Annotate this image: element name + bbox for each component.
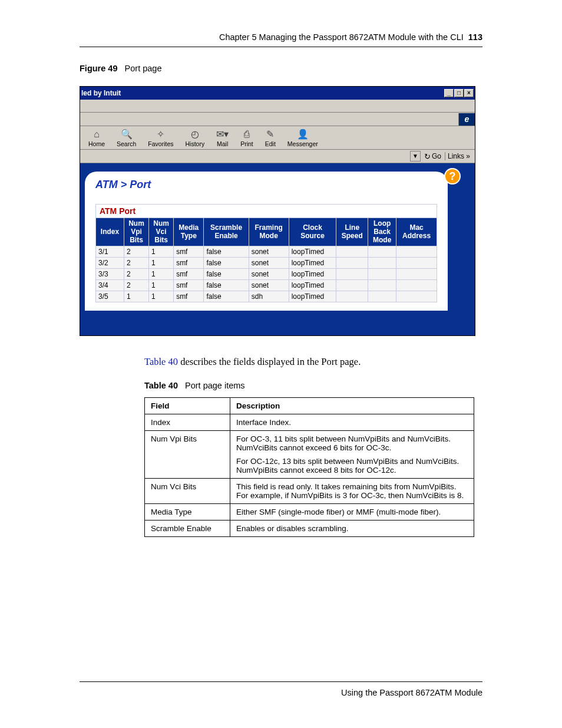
description-cell: This field is read only. It takes remain… — [230, 479, 474, 504]
field-cell: Num Vci Bits — [145, 479, 230, 504]
col-header: FramingMode — [249, 218, 289, 246]
table-row: 3/421smffalsesonetloopTimed — [96, 280, 437, 291]
body-paragraph: Table 40 describes the fields displayed … — [144, 356, 482, 368]
content-area: ? ATM > Port ATM Port IndexNumVpiBitsNum… — [80, 163, 475, 335]
chapter-header: Chapter 5 Managing the Passport 8672ATM … — [80, 32, 482, 47]
col-header: LoopBackMode — [368, 218, 396, 246]
description-cell: Interface Index. — [230, 414, 474, 431]
toolbar-mail-button[interactable]: ✉▾Mail — [210, 129, 234, 147]
toolbar-favorites-button[interactable]: ✧Favorites — [142, 129, 179, 147]
edit-icon: ✎ — [266, 129, 274, 140]
port-page-items-table: Field Description IndexInterface Index.N… — [144, 397, 474, 537]
menubar — [80, 100, 475, 113]
toolbar-edit-button[interactable]: ✎Edit — [259, 129, 282, 147]
panel-title: ATM Port — [95, 204, 437, 218]
col-header: ScrambleEnable — [204, 218, 249, 246]
toolbar-messenger-button[interactable]: 👤Messenger — [282, 129, 324, 147]
favorites-icon: ✧ — [157, 129, 164, 140]
table-link[interactable]: Table 40 — [144, 356, 178, 367]
col-header: NumVpiBits — [124, 218, 148, 246]
table-row: IndexInterface Index. — [145, 414, 474, 431]
col-header: LineSpeed — [336, 218, 368, 246]
col-header: NumVciBits — [149, 218, 174, 246]
field-cell: Scramble Enable — [145, 521, 230, 537]
content-card: ATM > Port ATM Port IndexNumVpiBitsNumVc… — [85, 172, 448, 311]
table-row: 3/511smffalsesdhloopTimed — [96, 291, 437, 302]
address-bar: ▼ ↻ Go Links » — [80, 150, 475, 163]
browser-logo-icon: e — [458, 113, 475, 126]
close-icon[interactable]: × — [464, 89, 474, 97]
atm-port-table: IndexNumVpiBitsNumVciBitsMediaTypeScramb… — [95, 218, 437, 302]
table-row: 3/321smffalsesonetloopTimed — [96, 269, 437, 280]
search-icon: 🔍 — [121, 129, 133, 140]
table-row: Num Vpi BitsFor OC-3, 11 bits split betw… — [145, 431, 474, 479]
toolbar-search-button[interactable]: 🔍Search — [111, 129, 142, 147]
description-cell: Enables or disables scrambling. — [230, 521, 474, 537]
help-icon[interactable]: ? — [444, 168, 461, 185]
figure-label: Figure 49 Port page — [80, 64, 482, 73]
col-header: MacAddress — [396, 218, 437, 246]
table-label: Table 40 Port page items — [144, 381, 482, 390]
field-cell: Num Vpi Bits — [145, 431, 230, 479]
col-header: ClockSource — [289, 218, 336, 246]
messenger-icon: 👤 — [297, 129, 309, 140]
page-footer: Using the Passport 8672ATM Module — [80, 681, 482, 697]
toolbar-history-button[interactable]: ◴History — [179, 129, 210, 147]
window-title: led by Intuit — [81, 89, 444, 97]
go-icon: ↻ — [424, 152, 431, 161]
col-header: Index — [96, 218, 124, 246]
col-field: Field — [145, 398, 230, 414]
logo-row: e — [80, 113, 475, 126]
chapter-title: Chapter 5 Managing the Passport 8672ATM … — [219, 32, 464, 42]
page-number: 113 — [468, 32, 482, 42]
toolbar-print-button[interactable]: ⎙Print — [234, 129, 259, 147]
col-description: Description — [230, 398, 474, 414]
go-button[interactable]: ↻ Go — [424, 152, 441, 161]
col-header: MediaType — [174, 218, 204, 246]
toolbar: ⌂Home🔍Search✧Favorites◴History✉▾Mail⎙Pri… — [80, 126, 475, 150]
table-row: 3/121smffalsesonetloopTimed — [96, 246, 437, 258]
address-dropdown-icon[interactable]: ▼ — [410, 151, 421, 162]
description-cell: For OC-3, 11 bits split between NumVpiBi… — [230, 431, 474, 479]
breadcrumb: ATM > Port — [95, 179, 437, 191]
toolbar-home-button[interactable]: ⌂Home — [82, 129, 111, 147]
window-titlebar: led by Intuit _ □ × — [80, 87, 475, 100]
table-row: Scramble EnableEnables or disables scram… — [145, 521, 474, 537]
home-icon: ⌂ — [94, 129, 100, 140]
description-cell: Either SMF (single-mode fiber) or MMF (m… — [230, 504, 474, 521]
mail-icon: ✉▾ — [216, 129, 229, 140]
table-row: Num Vci BitsThis field is read only. It … — [145, 479, 474, 504]
minimize-icon[interactable]: _ — [444, 89, 454, 97]
maximize-icon[interactable]: □ — [454, 89, 464, 97]
browser-screenshot: led by Intuit _ □ × e ⌂Home🔍Search✧Favor… — [80, 86, 475, 336]
links-button[interactable]: Links » — [445, 152, 472, 160]
field-cell: Media Type — [145, 504, 230, 521]
history-icon: ◴ — [191, 129, 199, 140]
print-icon: ⎙ — [244, 129, 250, 140]
field-cell: Index — [145, 414, 230, 431]
table-row: Media TypeEither SMF (single-mode fiber)… — [145, 504, 474, 521]
table-row: 3/221smffalsesonetloopTimed — [96, 258, 437, 269]
